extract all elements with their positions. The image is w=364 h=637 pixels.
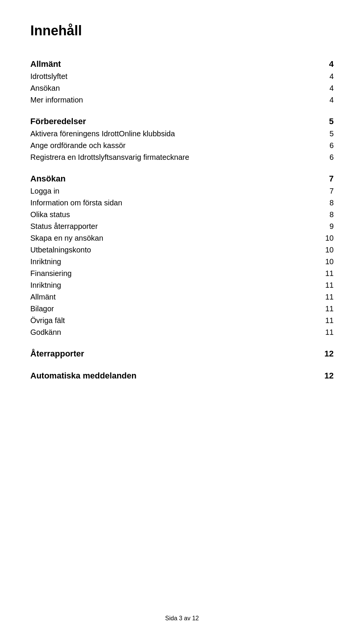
toc-label: Olika status (30, 210, 70, 219)
toc-page-number: 11 (318, 281, 334, 290)
toc-label: Ansökan (30, 174, 66, 184)
toc-page-number: 6 (318, 141, 334, 150)
toc-row: Automatiska meddelanden12 (30, 369, 334, 382)
toc-row: Godkänn11 (30, 326, 334, 338)
toc-label: Utbetalningskonto (30, 246, 91, 254)
toc-page-number: 9 (318, 222, 334, 231)
toc-page-number: 4 (318, 59, 334, 69)
table-of-contents: Allmänt4Idrottslyftet4Ansökan4Mer inform… (30, 58, 334, 382)
toc-label: Ange ordförande och kassör (30, 141, 126, 150)
toc-page-number: 11 (318, 304, 334, 313)
toc-page-number: 7 (318, 174, 334, 184)
page-footer: Sida 3 av 12 (0, 615, 364, 622)
toc-label: Inriktning (30, 257, 61, 266)
toc-row: Inriktning10 (30, 256, 334, 268)
toc-label: Allmänt (30, 59, 61, 69)
toc-page-number: 8 (318, 210, 334, 219)
toc-label: Logga in (30, 187, 60, 196)
toc-page-number: 5 (318, 129, 334, 138)
toc-row: Förberedelser5 (30, 115, 334, 128)
toc-row: Ansökan4 (30, 82, 334, 94)
toc-row: Registrera en Idrottslyftsansvarig firma… (30, 151, 334, 163)
toc-row: Skapa en ny ansökan10 (30, 232, 334, 244)
toc-page-number: 10 (318, 257, 334, 266)
toc-page-number: 6 (318, 153, 334, 162)
toc-label: Information om första sidan (30, 199, 122, 207)
toc-row: Mer information4 (30, 94, 334, 106)
toc-label: Bilagor (30, 304, 54, 313)
toc-row: Allmänt4 (30, 58, 334, 71)
toc-label: Status återrapporter (30, 222, 98, 231)
toc-row: Utbetalningskonto10 (30, 244, 334, 256)
toc-page-number: 11 (318, 293, 334, 301)
toc-row: Inriktning11 (30, 279, 334, 291)
toc-label: Inriktning (30, 281, 61, 290)
toc-row: Ange ordförande och kassör6 (30, 140, 334, 151)
toc-page-number: 7 (318, 187, 334, 196)
toc-row: Information om första sidan8 (30, 197, 334, 209)
toc-row: Logga in7 (30, 185, 334, 197)
toc-row: Bilagor11 (30, 303, 334, 315)
toc-label: Finansiering (30, 269, 72, 278)
toc-row: Olika status8 (30, 209, 334, 221)
toc-page-number: 12 (318, 371, 334, 381)
toc-page-number: 8 (318, 199, 334, 207)
toc-row: Allmänt11 (30, 291, 334, 303)
toc-label: Ansökan (30, 84, 60, 93)
toc-label: Mer information (30, 96, 83, 104)
toc-page-number: 11 (318, 328, 334, 337)
toc-page-number: 10 (318, 234, 334, 243)
toc-label: Återrapporter (30, 349, 84, 359)
toc-page-number: 11 (318, 269, 334, 278)
toc-page-number: 4 (318, 84, 334, 93)
toc-label: Övriga fält (30, 316, 65, 325)
toc-label: Allmänt (30, 293, 56, 301)
toc-row: Idrottslyftet4 (30, 71, 334, 82)
toc-row: Status återrapporter9 (30, 221, 334, 232)
toc-page-number: 11 (318, 316, 334, 325)
toc-page-number: 10 (318, 246, 334, 254)
toc-label: Skapa en ny ansökan (30, 234, 103, 243)
toc-page-number: 5 (318, 117, 334, 126)
toc-row: Ansökan7 (30, 172, 334, 185)
toc-spacer (30, 360, 334, 369)
toc-label: Förberedelser (30, 117, 86, 126)
toc-label: Automatiska meddelanden (30, 371, 136, 381)
page-title: Innehåll (30, 23, 334, 39)
toc-page-number: 4 (318, 96, 334, 104)
toc-label: Idrottslyftet (30, 72, 67, 81)
toc-label: Aktivera föreningens IdrottOnline klubbs… (30, 129, 175, 138)
toc-row: Övriga fält11 (30, 315, 334, 326)
toc-page-number: 12 (318, 349, 334, 359)
toc-label: Registrera en Idrottslyftsansvarig firma… (30, 153, 189, 162)
toc-spacer (30, 163, 334, 172)
toc-page-number: 4 (318, 72, 334, 81)
toc-row: Återrapporter12 (30, 347, 334, 360)
toc-label: Godkänn (30, 328, 61, 337)
toc-row: Finansiering11 (30, 268, 334, 279)
toc-spacer (30, 338, 334, 347)
toc-spacer (30, 106, 334, 115)
toc-row: Aktivera föreningens IdrottOnline klubbs… (30, 128, 334, 140)
